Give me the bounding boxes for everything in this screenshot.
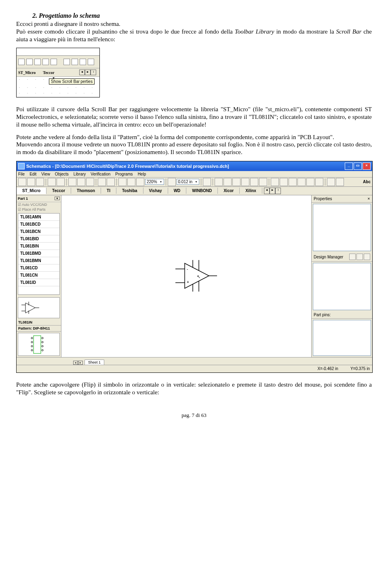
close-button[interactable]: × [363, 163, 371, 170]
paste-button[interactable] [86, 178, 94, 186]
menu-view[interactable]: View [41, 172, 50, 176]
list-item[interactable]: TL081ID [18, 279, 59, 286]
svg-point-14 [42, 349, 43, 351]
tool-icon[interactable] [34, 59, 41, 65]
list-item[interactable]: TL081CN [18, 272, 59, 279]
print-button[interactable] [48, 178, 56, 186]
tool-icon[interactable] [80, 59, 86, 65]
preview-button[interactable] [57, 178, 65, 186]
list-item[interactable]: TL081AMN [18, 214, 59, 221]
redo-button[interactable] [107, 178, 115, 186]
tool-button[interactable] [280, 178, 288, 186]
window-title: Schematics - [D:\Documenti H\Circuiti\Di… [26, 164, 229, 169]
toolbar-icons-row [17, 56, 99, 68]
zoom-fit-button[interactable] [136, 178, 144, 186]
tool-button[interactable] [259, 178, 267, 186]
lib-tab[interactable]: WINBOND [186, 188, 218, 194]
lib-tab[interactable]: Thomson [71, 188, 101, 194]
tool-icon[interactable] [51, 59, 57, 65]
svg-point-13 [31, 349, 33, 351]
tab-arrow-left[interactable]: ◂ [73, 361, 78, 365]
refresh-icon[interactable] [349, 254, 356, 260]
tool-button[interactable] [306, 178, 314, 186]
tool-button[interactable] [327, 178, 335, 186]
tool-icon[interactable] [42, 59, 49, 65]
scrollbar-toggle-button[interactable]: ↕ [91, 70, 96, 75]
tool-button[interactable] [315, 178, 323, 186]
list-item[interactable]: TL081CD [18, 264, 59, 272]
menu-file[interactable]: File [18, 172, 25, 176]
lib-tab[interactable]: Toshiba [116, 188, 143, 194]
abc-label[interactable]: Abc [363, 180, 371, 184]
arrow-left-icon[interactable]: ◂ [264, 188, 270, 194]
grid-button[interactable] [168, 178, 176, 186]
schematic-canvas[interactable]: - + ↖ [61, 195, 311, 357]
scrollbar-toggle-button[interactable]: ↕ [275, 188, 281, 194]
tool-button[interactable] [297, 178, 306, 186]
menu-objects[interactable]: Objects [55, 172, 69, 176]
auto-vcc-checkbox[interactable]: ☑ Auto VCC/GND [17, 202, 61, 207]
lib-tab[interactable]: Xilinx [240, 188, 262, 194]
tab-arrow-right[interactable]: ▸ [78, 361, 83, 365]
lib-tab[interactable]: TI [101, 188, 116, 194]
zoom-out-button[interactable] [127, 178, 135, 186]
tool-button[interactable] [250, 178, 258, 186]
tool-button[interactable] [215, 178, 223, 186]
arrow-right-icon[interactable]: ▸ [270, 188, 275, 194]
lib-tab[interactable]: Xicor [218, 188, 240, 194]
tool-button[interactable] [241, 178, 249, 186]
tool-button[interactable] [289, 178, 297, 186]
list-item[interactable]: TL081BMN [18, 257, 59, 264]
tool-icon[interactable] [26, 59, 33, 65]
minimize-button[interactable]: _ [345, 163, 353, 170]
tool-icon[interactable] [364, 254, 370, 260]
dropdown-icon[interactable]: ▼ [55, 197, 60, 200]
parts-listbox[interactable]: TL081AMN TL081BCD TL081BCN TL081BID TL08… [18, 213, 60, 295]
lib-tab[interactable]: Vishay [143, 188, 168, 194]
tool-icon[interactable] [72, 59, 78, 65]
copy-button[interactable] [77, 178, 85, 186]
tool-button[interactable] [232, 178, 240, 186]
pointer-button[interactable] [203, 178, 211, 186]
menu-verification[interactable]: Verification [91, 172, 110, 176]
grid-dots: · · · · · · · · · · [17, 86, 96, 89]
save-button[interactable] [36, 178, 44, 186]
zoom-in-button[interactable] [118, 178, 127, 186]
lib-tab-teccor[interactable]: Teccor [43, 70, 55, 75]
grid-combo[interactable]: 0.012 in▼ [177, 179, 200, 185]
list-item[interactable]: TL081BIN [18, 243, 59, 250]
arrow-left-icon[interactable]: ◂ [79, 70, 85, 75]
list-item[interactable]: TL081BCN [18, 228, 59, 235]
tool-button[interactable] [336, 178, 344, 186]
paragraph: Potete anche capovolgere (Flip) il simbo… [16, 381, 372, 396]
tool-button[interactable] [224, 178, 232, 186]
list-item[interactable]: TL081BID [18, 235, 59, 243]
close-panel-icon[interactable]: ✕ [367, 197, 370, 201]
maximize-button[interactable]: ▭ [354, 163, 362, 170]
undo-button[interactable] [98, 178, 106, 186]
menu-edit[interactable]: Edit [30, 172, 36, 176]
sheet-tab[interactable]: Sheet 1 [84, 360, 104, 365]
menu-help[interactable]: Help [138, 172, 146, 176]
cut-button[interactable] [68, 178, 76, 186]
open-button[interactable] [27, 178, 35, 186]
scroll-arrows: ◂ ▸ ↕ [79, 70, 96, 75]
tool-icon[interactable] [88, 59, 94, 65]
lib-tab[interactable]: Teccor [46, 188, 71, 194]
menu-library[interactable]: Library [74, 172, 86, 176]
zoom-combo[interactable]: 220%▼ [145, 179, 164, 185]
lib-tab-stmicro[interactable]: ST_Micro [18, 70, 36, 75]
opamp-component[interactable]: - + ↖ [175, 260, 219, 294]
tool-icon[interactable] [356, 254, 363, 260]
arrow-right-icon[interactable]: ▸ [85, 70, 91, 75]
list-item[interactable]: TL081BCD [18, 221, 59, 228]
tool-icon[interactable] [63, 59, 70, 65]
lib-tab[interactable]: WD [168, 188, 187, 194]
list-item[interactable]: TL081BMD [18, 250, 59, 257]
tool-icon[interactable] [18, 59, 25, 65]
new-button[interactable] [18, 178, 26, 186]
tool-button[interactable] [271, 178, 279, 186]
lib-tab[interactable]: ST_Micro [17, 188, 46, 194]
place-all-checkbox[interactable]: ☑ Place All Parts [17, 207, 61, 212]
menu-programs[interactable]: Programs [115, 172, 133, 176]
